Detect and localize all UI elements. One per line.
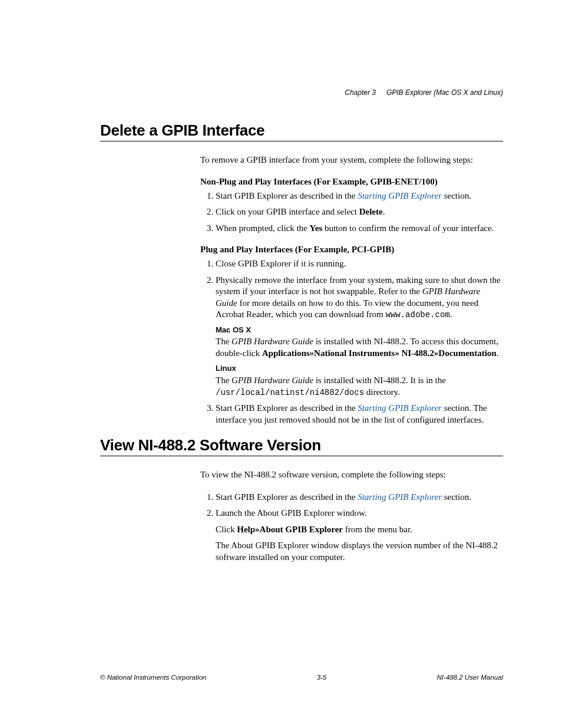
os-paragraph: The GPIB Hardware Guide is installed wit… (216, 336, 503, 359)
steps-nonpnp: Start GPIB Explorer as described in the … (200, 190, 503, 235)
intro-paragraph: To remove a GPIB interface from your sys… (200, 154, 503, 166)
list-item: Launch the About GPIB Explorer window. C… (216, 508, 503, 563)
list-item: Start GPIB Explorer as described in the … (216, 403, 503, 426)
os-subhead-linux: Linux (216, 364, 503, 374)
link-starting-explorer[interactable]: Starting GPIB Explorer (358, 403, 442, 413)
list-item: Start GPIB Explorer as described in the … (216, 492, 503, 503)
body-paragraph: Click Help»About GPIB Explorer from the … (216, 524, 503, 536)
footer-copyright: © National Instruments Corporation (100, 674, 206, 681)
list-item: When prompted, click the Yes button to c… (216, 223, 503, 235)
list-item: Start GPIB Explorer as described in the … (216, 190, 503, 202)
list-item: Physically remove the interface from you… (216, 275, 503, 398)
heading-view-version: View NI-488.2 Software Version (100, 436, 503, 454)
rule (100, 456, 503, 456)
body-paragraph: The About GPIB Explorer window displays … (216, 540, 503, 563)
heading-delete-interface: Delete a GPIB Interface (100, 121, 503, 140)
steps-view-version: Start GPIB Explorer as described in the … (200, 492, 503, 564)
list-item: Click on your GPIB interface and select … (216, 206, 503, 218)
page-footer: © National Instruments Corporation 3-5 N… (100, 674, 503, 681)
os-paragraph: The GPIB Hardware Guide is installed wit… (216, 375, 503, 398)
intro-paragraph: To view the NI-488.2 software version, c… (200, 469, 503, 481)
os-subhead-mac: Mac OS X (216, 325, 503, 335)
rule (100, 141, 503, 141)
footer-page-number: 3-5 (317, 674, 327, 681)
link-starting-explorer[interactable]: Starting GPIB Explorer (358, 492, 442, 502)
list-item: Close GPIB Explorer if it is running. (216, 258, 503, 270)
running-header: Chapter 3GPIB Explorer (Mac OS X and Lin… (100, 88, 503, 97)
link-starting-explorer[interactable]: Starting GPIB Explorer (358, 191, 442, 200)
header-title: GPIB Explorer (Mac OS X and Linux) (386, 88, 503, 97)
steps-pnp: Close GPIB Explorer if it is running. Ph… (200, 258, 503, 426)
subheading-pnp: Plug and Play Interfaces (For Example, P… (200, 245, 503, 255)
header-chapter: Chapter 3 (345, 88, 376, 97)
subheading-nonpnp: Non-Plug and Play Interfaces (For Exampl… (200, 177, 503, 187)
footer-manual-name: NI-488.2 User Manual (437, 674, 503, 681)
